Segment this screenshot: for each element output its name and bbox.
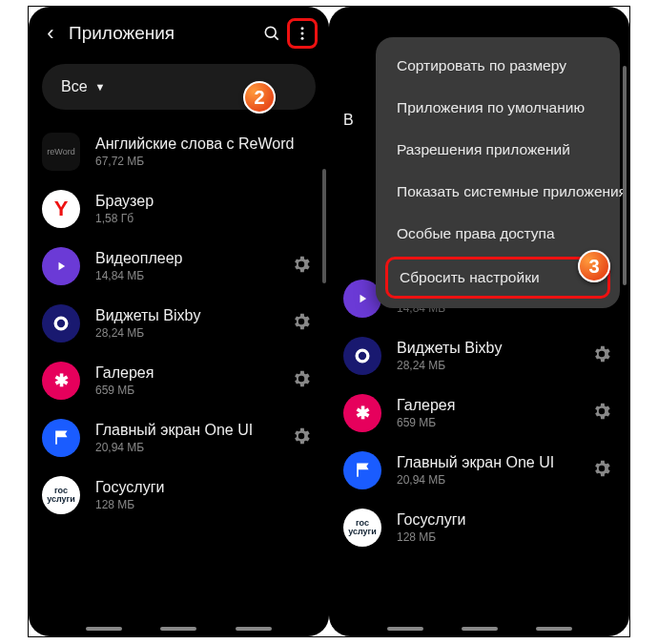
app-row[interactable]: Главный экран One UI20,94 МБ (29, 409, 329, 467)
nav-back[interactable] (236, 627, 272, 631)
app-info: Видеоплеер14,84 МБ (95, 250, 283, 282)
app-size: 28,24 МБ (397, 359, 584, 372)
scrollbar[interactable] (623, 66, 627, 285)
app-header: ‹ Приложения (29, 7, 329, 60)
app-info: Главный экран One UI20,94 МБ (397, 454, 584, 487)
app-row[interactable]: Виджеты Bixby28,24 МБ (330, 327, 629, 384)
app-info: Виджеты Bixby28,24 МБ (95, 307, 283, 340)
app-info: Английские слова с ReWord67,72 МБ (95, 135, 316, 168)
app-name: Английские слова с ReWord (95, 135, 316, 153)
app-size: 1,58 Гб (95, 212, 316, 225)
step-badge-3: 3 (578, 250, 610, 282)
nav-home[interactable] (160, 627, 196, 631)
app-name: Галерея (397, 397, 584, 414)
app-size: 128 МБ (397, 530, 616, 544)
app-name: Браузер (95, 193, 316, 210)
app-name: Виджеты Bixby (397, 340, 584, 357)
nav-back[interactable] (536, 627, 572, 631)
app-row[interactable]: YБраузер1,58 Гб (29, 180, 329, 238)
app-info: Галерея659 МБ (95, 364, 283, 397)
app-name: Видеоплеер (95, 250, 283, 267)
app-info: Браузер1,58 Гб (95, 193, 316, 225)
gear-icon[interactable] (291, 426, 316, 450)
app-name: Галерея (95, 364, 283, 382)
filter-peek: В (343, 112, 354, 129)
app-row[interactable]: reWordАнглийские слова с ReWord67,72 МБ (29, 123, 329, 180)
svg-point-2 (301, 27, 304, 30)
app-row[interactable]: ✱Галерея659 МБ (29, 352, 329, 409)
app-size: 659 МБ (397, 416, 584, 429)
step-badge-2: 2 (243, 81, 276, 114)
app-info: Госуслуги128 МБ (397, 511, 616, 544)
nav-bar (29, 627, 329, 631)
app-row[interactable]: госуслугиГосуслуги128 МБ (330, 499, 629, 556)
menu-show-system[interactable]: Показать системные приложения (376, 171, 620, 213)
app-info: Галерея659 МБ (397, 397, 584, 429)
app-size: 659 МБ (95, 384, 283, 397)
nav-home[interactable] (462, 627, 498, 631)
gear-icon[interactable] (291, 311, 316, 336)
svg-line-1 (275, 36, 278, 40)
phone-left: ‹ Приложения 2 Все ▼ reWordАнглийские сл… (29, 7, 329, 636)
gear-icon[interactable] (291, 368, 316, 393)
app-row[interactable]: Главный экран One UI20,94 МБ (330, 442, 629, 499)
nav-recent[interactable] (387, 627, 423, 631)
app-info: Госуслуги128 МБ (95, 479, 316, 511)
app-size: 20,94 МБ (397, 473, 584, 487)
svg-point-4 (301, 37, 304, 40)
menu-default-apps[interactable]: Приложения по умолчанию (376, 87, 620, 129)
back-icon[interactable]: ‹ (40, 21, 61, 46)
page-title: Приложения (69, 23, 257, 44)
app-row[interactable]: Виджеты Bixby28,24 МБ (29, 295, 329, 352)
gear-icon[interactable] (291, 254, 316, 279)
svg-point-3 (301, 32, 304, 35)
app-name: Виджеты Bixby (95, 307, 283, 324)
app-name: Госуслуги (95, 479, 316, 496)
gear-icon[interactable] (591, 401, 616, 426)
app-size: 128 МБ (95, 498, 316, 511)
menu-reset-settings[interactable]: Сбросить настройки (385, 257, 610, 299)
app-size: 20,94 МБ (95, 441, 283, 454)
gear-icon[interactable] (591, 458, 616, 483)
nav-bar (330, 627, 629, 631)
app-name: Госуслуги (397, 511, 616, 529)
app-row[interactable]: госуслугиГосуслуги128 МБ (29, 467, 329, 524)
gear-icon[interactable] (591, 343, 616, 368)
app-list-right: Видеоплеер14,84 МБВиджеты Bixby28,24 МБ✱… (330, 270, 629, 556)
svg-point-0 (265, 27, 276, 37)
menu-app-permissions[interactable]: Разрешения приложений (376, 129, 620, 171)
app-list: reWordАнглийские слова с ReWord67,72 МБY… (29, 123, 329, 524)
menu-special-access[interactable]: Особые права доступа (376, 213, 620, 255)
app-name: Главный экран One UI (397, 454, 584, 471)
app-size: 14,84 МБ (95, 269, 283, 282)
app-info: Виджеты Bixby28,24 МБ (397, 340, 584, 372)
filter-label: Все (61, 78, 88, 95)
app-name: Главный экран One UI (95, 422, 283, 439)
more-icon[interactable] (287, 18, 318, 49)
scrollbar[interactable] (322, 169, 326, 283)
app-info: Главный экран One UI20,94 МБ (95, 422, 283, 454)
nav-recent[interactable] (86, 627, 122, 631)
menu-sort-by-size[interactable]: Сортировать по размеру (376, 45, 620, 87)
app-row[interactable]: ✱Галерея659 МБ (330, 384, 629, 442)
search-icon[interactable] (257, 18, 287, 49)
phone-right: В Видеоплеер14,84 МБВиджеты Bixby28,24 М… (329, 7, 629, 636)
app-size: 28,24 МБ (95, 326, 283, 340)
chevron-down-icon: ▼ (95, 81, 106, 93)
app-row[interactable]: Видеоплеер14,84 МБ (29, 238, 329, 295)
app-size: 67,72 МБ (95, 155, 316, 168)
